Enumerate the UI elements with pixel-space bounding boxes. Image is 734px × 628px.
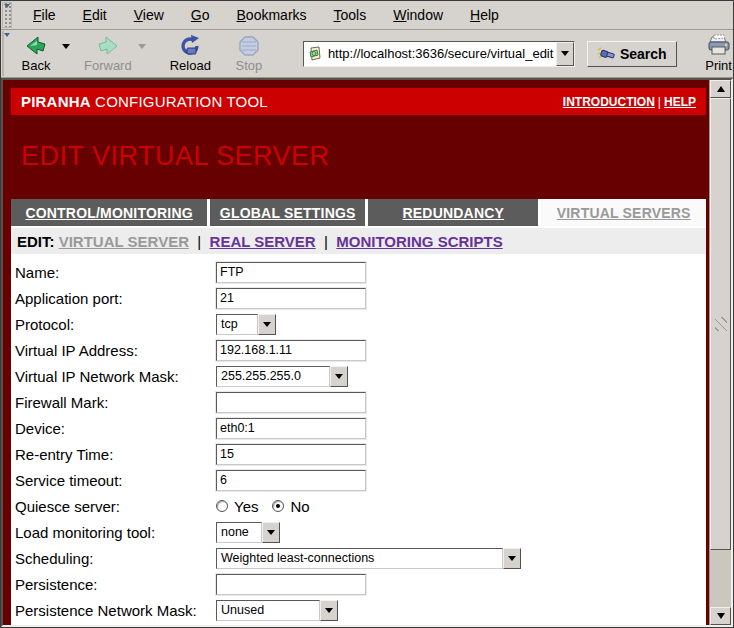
quiesce-no-label[interactable]: No (290, 498, 309, 515)
reload-label: Reload (170, 58, 211, 73)
print-icon (706, 34, 732, 58)
header-link-separator: | (658, 95, 661, 109)
back-label: Back (22, 58, 51, 73)
menu-edit[interactable]: Edit (74, 3, 116, 27)
menu-tools[interactable]: Tools (325, 3, 376, 27)
main-tabs: CONTROL/MONITORING GLOBAL SETTINGS REDUN… (11, 199, 706, 226)
search-button[interactable]: Search (587, 41, 677, 67)
load-monitoring-select[interactable]: none (216, 522, 280, 543)
device-input[interactable] (216, 418, 366, 439)
introduction-link[interactable]: INTRODUCTION (563, 95, 655, 109)
print-button[interactable]: Print (693, 33, 734, 74)
reload-button[interactable]: Reload (164, 33, 217, 74)
virtual-ip-netmask-select[interactable]: 255.255.255.0 (216, 366, 348, 387)
form-row-scheduling: Scheduling: Weighted least-connections (15, 545, 706, 571)
subnav-real-server-link[interactable]: REAL SERVER (210, 233, 316, 250)
menu-view[interactable]: View (125, 3, 173, 27)
menu-help[interactable]: Help (461, 3, 508, 27)
subnav-monitoring-scripts-link[interactable]: MONITORING SCRIPTS (336, 233, 502, 250)
back-icon (24, 34, 48, 58)
forward-label: Forward (84, 58, 132, 73)
menu-bookmarks[interactable]: Bookmarks (228, 3, 316, 27)
scrollbar-thumb[interactable] (710, 98, 731, 550)
search-flashlight-icon (597, 47, 615, 61)
page-header-bar: PIRANHA CONFIGURATION TOOL INTRODUCTION|… (11, 88, 706, 115)
load-monitoring-label: Load monitoring tool: (15, 524, 216, 541)
toolbar-grippy[interactable] (2, 31, 4, 76)
subnav-separator-2: | (316, 233, 337, 250)
form-row-application-port: Application port: (15, 285, 706, 311)
firewall-mark-input[interactable] (216, 392, 366, 413)
form-row-protocol: Protocol: tcp (15, 311, 706, 337)
forward-history-caret[interactable] (138, 44, 146, 49)
form-row-persistence: Persistence: (15, 571, 706, 597)
scroll-up-button[interactable] (710, 80, 731, 98)
help-link[interactable]: HELP (664, 95, 696, 109)
persistence-input[interactable] (216, 574, 366, 595)
quiesce-no-radio[interactable] (272, 500, 284, 512)
scheduling-select[interactable]: Weighted least-connections (216, 548, 521, 569)
url-bar (303, 41, 575, 67)
form-row-virtual-ip-netmask: Virtual IP Network Mask: 255.255.255.0 (15, 363, 706, 389)
brand-strong: PIRANHA (21, 93, 91, 110)
menubar-grippy[interactable] (2, 2, 12, 28)
search-label: Search (620, 46, 667, 62)
virtual-ip-label: Virtual IP Address: (15, 342, 216, 359)
quiesce-yes-label[interactable]: Yes (234, 498, 258, 515)
firewall-mark-label: Firewall Mark: (15, 394, 216, 411)
bookmark-page-icon (304, 42, 326, 66)
forward-button[interactable]: Forward (78, 33, 138, 74)
form-row-firewall-mark: Firewall Mark: (15, 389, 706, 415)
tab-global-settings[interactable]: GLOBAL SETTINGS (210, 199, 365, 226)
form-row-virtual-ip: Virtual IP Address: (15, 337, 706, 363)
browser-viewport: PIRANHA CONFIGURATION TOOL INTRODUCTION|… (1, 78, 733, 627)
form-row-service-timeout: Service timeout: (15, 467, 706, 493)
name-input[interactable] (216, 262, 366, 283)
device-label: Device: (15, 420, 216, 437)
menu-bar: File Edit View Go Bookmarks Tools Window… (1, 1, 733, 30)
subnav-virtual-server-link[interactable]: VIRTUAL SERVER (59, 233, 189, 250)
url-dropdown-button[interactable] (556, 42, 574, 66)
piranha-page: PIRANHA CONFIGURATION TOOL INTRODUCTION|… (3, 80, 709, 625)
stop-button[interactable]: Stop (223, 33, 275, 74)
menu-file[interactable]: File (24, 3, 65, 27)
menu-window[interactable]: Window (384, 3, 452, 27)
vertical-scrollbar (709, 80, 731, 625)
brand-rest: CONFIGURATION TOOL (91, 93, 268, 110)
persistence-netmask-selected-value: Unused (216, 600, 320, 621)
name-label: Name: (15, 264, 216, 281)
back-history-caret[interactable] (62, 44, 70, 49)
reentry-time-label: Re-entry Time: (15, 446, 216, 463)
reentry-time-input[interactable] (216, 444, 366, 465)
virtual-ip-netmask-selected-value: 255.255.255.0 (216, 366, 330, 387)
persistence-label: Persistence: (15, 576, 216, 593)
service-timeout-label: Service timeout: (15, 472, 216, 489)
menu-go[interactable]: Go (182, 3, 219, 27)
scheduling-label: Scheduling: (15, 550, 216, 567)
quiesce-server-label: Quiesce server: (15, 498, 216, 515)
scroll-down-button[interactable] (710, 607, 731, 625)
virtual-server-form: Name: Application port: Protocol: tcp Vi… (11, 254, 706, 625)
protocol-selected-value: tcp (216, 314, 258, 335)
url-input[interactable] (326, 44, 556, 64)
protocol-select[interactable]: tcp (216, 314, 276, 335)
tab-virtual-servers[interactable]: VIRTUAL SERVERS (541, 199, 706, 226)
tab-redundancy[interactable]: REDUNDANCY (368, 199, 538, 226)
tab-control-monitoring[interactable]: CONTROL/MONITORING (11, 199, 207, 226)
virtual-ip-netmask-label: Virtual IP Network Mask: (15, 368, 216, 385)
persistence-netmask-select[interactable]: Unused (216, 600, 338, 621)
navigation-toolbar: Back Forward (1, 30, 733, 78)
brand-title: PIRANHA CONFIGURATION TOOL (21, 93, 268, 110)
print-label: Print (705, 58, 732, 73)
scrollbar-trough[interactable] (710, 550, 731, 607)
menu-items: File Edit View Go Bookmarks Tools Window… (14, 1, 517, 29)
subnav-separator-1: | (189, 233, 210, 250)
application-port-input[interactable] (216, 288, 366, 309)
quiesce-yes-radio[interactable] (216, 500, 228, 512)
service-timeout-input[interactable] (216, 470, 366, 491)
application-port-label: Application port: (15, 290, 216, 307)
back-button[interactable]: Back (10, 33, 62, 74)
subnav-prefix: EDIT: (17, 233, 59, 250)
virtual-ip-input[interactable] (216, 340, 366, 361)
virtual-ip-netmask-dropdown-arrow-icon (330, 366, 348, 387)
